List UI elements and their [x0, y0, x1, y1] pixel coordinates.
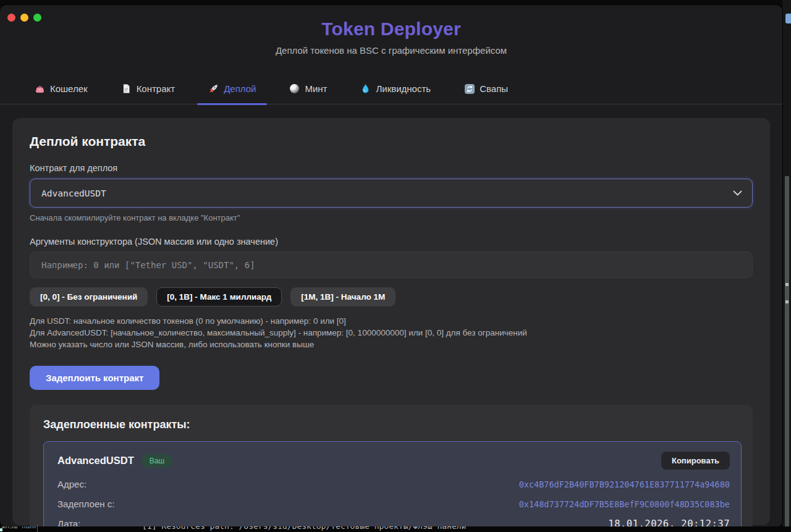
app-title: Token Deployer — [0, 19, 782, 40]
deployer-row: Задеплоен с: 0x148d737724dDF7B5E8BefF9C0… — [57, 499, 730, 509]
app-subtitle: Деплой токенов на BSC с графическим инте… — [0, 45, 782, 56]
constructor-args-input[interactable] — [30, 251, 753, 278]
tab-wallet[interactable]: Кошелек — [22, 83, 100, 104]
date-label: Дата: — [57, 518, 80, 527]
contract-select-value: AdvancedUSDT — [41, 188, 106, 198]
app-window: Token Deployer Деплой токенов на BSC с г… — [0, 5, 782, 527]
contract-select[interactable]: AdvancedUSDT — [30, 179, 753, 208]
contract-select-label: Контракт для деплоя — [30, 163, 753, 173]
background-terminal-scrollbar — [785, 176, 789, 532]
rocket-icon — [208, 83, 219, 94]
chevron-down-icon — [733, 190, 742, 196]
tab-swaps[interactable]: Свапы — [452, 83, 520, 104]
date-row: Дата: 18.01.2026, 20:12:37 — [57, 518, 730, 527]
preset-no-limit-button[interactable]: [0, 0] - Без ограничений — [30, 287, 148, 306]
tab-label: Минт — [305, 83, 327, 94]
hint-line: Для USDT: начальное количество токенов (… — [30, 315, 753, 327]
background-blue-chip — [785, 14, 791, 23]
tab-deploy[interactable]: Деплой — [196, 83, 268, 104]
contract-select-hint: Сначала скомпилируйте контракт на вкладк… — [30, 213, 753, 222]
owner-badge: Ваш — [142, 454, 172, 468]
preset-start-1m-button[interactable]: [1M, 1B] - Начало 1M — [290, 287, 396, 306]
args-hints: Для USDT: начальное количество токенов (… — [30, 315, 753, 350]
tab-label: Деплой — [224, 83, 256, 94]
maximize-window-button[interactable] — [33, 14, 41, 22]
tab-contract[interactable]: Контракт — [109, 83, 188, 104]
close-window-button[interactable] — [7, 14, 15, 22]
deployer-label: Задеплоен с: — [57, 499, 114, 509]
address-label: Адрес: — [57, 479, 87, 489]
purse-icon — [35, 83, 45, 94]
droplet-icon — [360, 83, 371, 94]
terminal-cursor-dot — [0, 528, 2, 531]
background-scrollbar-mark — [785, 283, 789, 286]
background-terminal-strip: Флэш панель [1] Resources path: /Users/s… — [0, 526, 791, 532]
background-window-edge — [782, 0, 791, 532]
deploy-heading: Деплой контракта — [30, 134, 753, 149]
contract-name: AdvancedUSDT — [57, 455, 134, 467]
terminal-divider — [37, 525, 38, 532]
window-controls — [7, 14, 41, 22]
terminal-log-line: [1] Resources path: /Users/sid/Desktop/Т… — [142, 526, 466, 531]
deployed-contract-card: AdvancedUSDT Ваш Копировать Адрес: 0xc4B… — [43, 441, 742, 527]
document-icon — [121, 83, 132, 94]
background-scrollbar-mark — [785, 300, 789, 303]
deploy-panel: Деплой контракта Контракт для деплоя Adv… — [12, 118, 770, 525]
tab-label: Ликвидность — [376, 83, 431, 94]
contract-card-header: AdvancedUSDT Ваш Копировать — [57, 452, 730, 470]
preset-buttons: [0, 0] - Без ограничений [0, 1B] - Макс … — [30, 287, 753, 306]
tab-mint[interactable]: Минт — [277, 83, 339, 104]
moon-icon — [289, 83, 300, 94]
deploy-contract-button[interactable]: Задеплоить контракт — [30, 366, 159, 390]
minimize-window-button[interactable] — [20, 14, 28, 22]
contract-address: 0xc4B76dF2B40FB7B921204761E837711774a946… — [519, 479, 730, 489]
terminal-text-fragment: Флэш панель — [1, 526, 36, 530]
swap-icon — [464, 83, 475, 94]
hint-line: Можно указать число или JSON массив, либ… — [30, 339, 753, 350]
tab-liquidity[interactable]: Ликвидность — [348, 83, 443, 104]
hint-line: Для AdvancedUSDT: [начальное_количество,… — [30, 327, 753, 339]
deployer-address: 0x148d737724dDF7B5E8BefF9C0800f48D35C083… — [519, 499, 730, 509]
deployed-heading: Задеплоенные контракты: — [43, 418, 742, 431]
screen: Token Deployer Деплой токенов на BSC с г… — [0, 0, 791, 532]
copy-address-button[interactable]: Копировать — [661, 452, 730, 470]
address-row: Адрес: 0xc4B76dF2B40FB7B921204761E837711… — [57, 479, 730, 489]
tab-label: Кошелек — [50, 83, 88, 94]
preset-max-1b-button[interactable]: [0, 1B] - Макс 1 миллиард — [156, 287, 282, 306]
deploy-date: 18.01.2026, 20:12:37 — [608, 518, 730, 527]
tab-label: Свапы — [480, 83, 508, 94]
tab-label: Контракт — [137, 83, 176, 94]
tab-bar: Кошелек Контракт Деплой Минт — [0, 74, 782, 104]
deployed-contracts-section: Задеплоенные контракты: AdvancedUSDT Ваш… — [30, 405, 753, 527]
args-label: Аргументы конструктора (JSON массив или … — [30, 237, 753, 247]
